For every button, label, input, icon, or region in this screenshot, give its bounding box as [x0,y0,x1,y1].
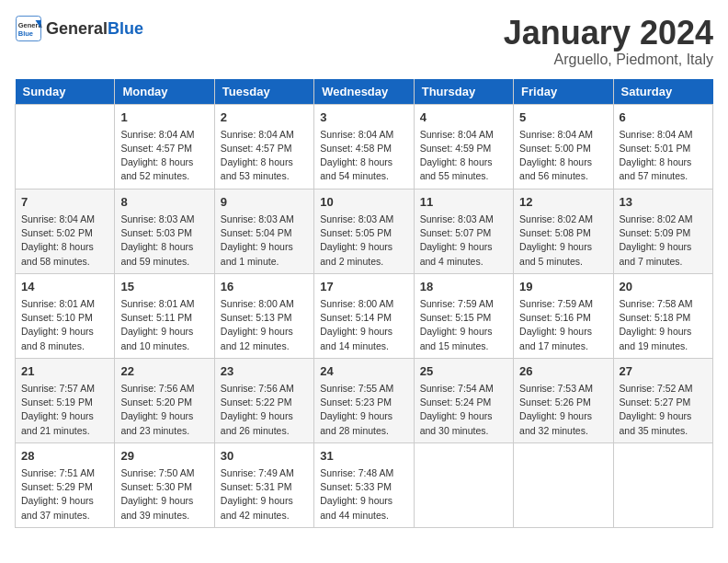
calendar-cell: 7Sunrise: 8:04 AMSunset: 5:02 PMDaylight… [16,189,115,273]
day-number: 7 [21,194,108,211]
calendar-week-row: 21Sunrise: 7:57 AMSunset: 5:19 PMDayligh… [16,358,713,442]
day-number: 12 [519,194,607,211]
day-number: 30 [221,448,308,465]
calendar-cell: 25Sunrise: 7:54 AMSunset: 5:24 PMDayligh… [414,358,513,442]
calendar-cell: 31Sunrise: 7:48 AMSunset: 5:33 PMDayligh… [314,442,414,527]
logo-general-text: General [46,19,108,38]
day-info: Sunrise: 7:48 AMSunset: 5:33 PMDaylight:… [320,466,407,523]
svg-text:Blue: Blue [18,29,33,38]
location-text: Arguello, Piedmont, Italy [504,52,713,68]
calendar-cell: 13Sunrise: 8:02 AMSunset: 5:09 PMDayligh… [613,189,712,273]
calendar-cell [514,442,613,527]
calendar-week-row: 14Sunrise: 8:01 AMSunset: 5:10 PMDayligh… [16,273,713,358]
calendar-cell [414,442,513,527]
weekday-header-monday: Monday [115,79,214,105]
day-info: Sunrise: 7:53 AMSunset: 5:26 PMDaylight:… [519,382,607,438]
day-number: 1 [120,109,208,126]
calendar-cell: 12Sunrise: 8:02 AMSunset: 5:08 PMDayligh… [514,189,613,273]
day-info: Sunrise: 8:04 AMSunset: 5:01 PMDaylight:… [620,128,707,184]
day-info: Sunrise: 8:03 AMSunset: 5:04 PMDaylight:… [221,213,308,269]
day-info: Sunrise: 8:04 AMSunset: 5:02 PMDaylight:… [21,213,108,269]
day-number: 21 [21,363,108,380]
day-info: Sunrise: 8:00 AMSunset: 5:13 PMDaylight:… [221,297,308,353]
day-info: Sunrise: 8:04 AMSunset: 4:58 PMDaylight:… [320,128,407,184]
calendar-week-row: 28Sunrise: 7:51 AMSunset: 5:29 PMDayligh… [16,442,713,527]
day-info: Sunrise: 7:59 AMSunset: 5:16 PMDaylight:… [519,297,607,353]
calendar-cell: 10Sunrise: 8:03 AMSunset: 5:05 PMDayligh… [314,189,414,273]
calendar-cell: 2Sunrise: 8:04 AMSunset: 4:57 PMDaylight… [214,104,313,189]
day-number: 22 [120,363,208,380]
calendar-cell: 29Sunrise: 7:50 AMSunset: 5:30 PMDayligh… [115,442,214,527]
calendar-cell: 6Sunrise: 8:04 AMSunset: 5:01 PMDaylight… [613,104,712,189]
calendar-cell: 23Sunrise: 7:56 AMSunset: 5:22 PMDayligh… [214,358,313,442]
day-number: 3 [320,109,407,126]
day-info: Sunrise: 7:51 AMSunset: 5:29 PMDaylight:… [21,466,108,523]
day-number: 23 [221,363,308,380]
logo-icon: General Blue [15,15,42,42]
day-info: Sunrise: 7:55 AMSunset: 5:23 PMDaylight:… [320,382,407,438]
day-info: Sunrise: 8:01 AMSunset: 5:11 PMDaylight:… [120,297,208,353]
day-info: Sunrise: 8:03 AMSunset: 5:05 PMDaylight:… [320,213,407,269]
calendar-table: SundayMondayTuesdayWednesdayThursdayFrid… [15,79,713,528]
day-number: 27 [620,363,707,380]
day-info: Sunrise: 7:54 AMSunset: 5:24 PMDaylight:… [420,382,507,438]
day-number: 20 [620,279,707,295]
calendar-cell: 5Sunrise: 8:04 AMSunset: 5:00 PMDaylight… [514,104,613,189]
day-info: Sunrise: 7:59 AMSunset: 5:15 PMDaylight:… [420,297,507,353]
day-number: 15 [120,279,208,295]
calendar-cell: 15Sunrise: 8:01 AMSunset: 5:11 PMDayligh… [115,273,214,358]
calendar-cell [16,104,115,189]
day-info: Sunrise: 8:04 AMSunset: 4:57 PMDaylight:… [120,128,208,184]
day-number: 26 [519,363,607,380]
weekday-header-friday: Friday [514,79,613,105]
calendar-cell: 20Sunrise: 7:58 AMSunset: 5:18 PMDayligh… [613,273,712,358]
day-info: Sunrise: 8:02 AMSunset: 5:08 PMDaylight:… [519,213,607,269]
day-info: Sunrise: 8:04 AMSunset: 4:57 PMDaylight:… [221,128,308,184]
day-info: Sunrise: 8:01 AMSunset: 5:10 PMDaylight:… [21,297,108,353]
day-number: 4 [420,109,507,126]
calendar-cell: 24Sunrise: 7:55 AMSunset: 5:23 PMDayligh… [314,358,414,442]
title-section: January 2024 Arguello, Piedmont, Italy [504,15,713,68]
day-info: Sunrise: 7:52 AMSunset: 5:27 PMDaylight:… [620,382,707,438]
calendar-cell: 26Sunrise: 7:53 AMSunset: 5:26 PMDayligh… [514,358,613,442]
day-number: 5 [519,109,607,126]
calendar-week-row: 1Sunrise: 8:04 AMSunset: 4:57 PMDaylight… [16,104,713,189]
calendar-cell: 28Sunrise: 7:51 AMSunset: 5:29 PMDayligh… [16,442,115,527]
day-number: 6 [620,109,707,126]
calendar-week-row: 7Sunrise: 8:04 AMSunset: 5:02 PMDaylight… [16,189,713,273]
calendar-cell: 14Sunrise: 8:01 AMSunset: 5:10 PMDayligh… [16,273,115,358]
calendar-cell: 4Sunrise: 8:04 AMSunset: 4:59 PMDaylight… [414,104,513,189]
calendar-cell: 19Sunrise: 7:59 AMSunset: 5:16 PMDayligh… [514,273,613,358]
calendar-cell: 22Sunrise: 7:56 AMSunset: 5:20 PMDayligh… [115,358,214,442]
day-number: 11 [420,194,507,211]
calendar-cell: 8Sunrise: 8:03 AMSunset: 5:03 PMDaylight… [115,189,214,273]
weekday-header-sunday: Sunday [16,79,115,105]
calendar-cell: 3Sunrise: 8:04 AMSunset: 4:58 PMDaylight… [314,104,414,189]
calendar-cell: 27Sunrise: 7:52 AMSunset: 5:27 PMDayligh… [613,358,712,442]
calendar-cell: 16Sunrise: 8:00 AMSunset: 5:13 PMDayligh… [214,273,313,358]
month-title: January 2024 [504,15,713,52]
day-info: Sunrise: 8:00 AMSunset: 5:14 PMDaylight:… [320,297,407,353]
day-info: Sunrise: 8:03 AMSunset: 5:03 PMDaylight:… [120,213,208,269]
weekday-header-tuesday: Tuesday [214,79,313,105]
day-number: 31 [320,448,407,465]
day-number: 25 [420,363,507,380]
day-number: 17 [320,279,407,295]
day-info: Sunrise: 7:58 AMSunset: 5:18 PMDaylight:… [620,297,707,353]
day-info: Sunrise: 8:02 AMSunset: 5:09 PMDaylight:… [620,213,707,269]
day-info: Sunrise: 7:56 AMSunset: 5:20 PMDaylight:… [120,382,208,438]
day-number: 16 [221,279,308,295]
day-number: 10 [320,194,407,211]
day-info: Sunrise: 8:04 AMSunset: 4:59 PMDaylight:… [420,128,507,184]
logo: General Blue GeneralBlue [15,15,143,42]
weekday-header-row: SundayMondayTuesdayWednesdayThursdayFrid… [16,79,713,105]
weekday-header-wednesday: Wednesday [314,79,414,105]
calendar-cell: 30Sunrise: 7:49 AMSunset: 5:31 PMDayligh… [214,442,313,527]
day-number: 28 [21,448,108,465]
day-number: 19 [519,279,607,295]
day-number: 9 [221,194,308,211]
day-number: 29 [120,448,208,465]
day-number: 18 [420,279,507,295]
day-info: Sunrise: 8:03 AMSunset: 5:07 PMDaylight:… [420,213,507,269]
day-number: 2 [221,109,308,126]
